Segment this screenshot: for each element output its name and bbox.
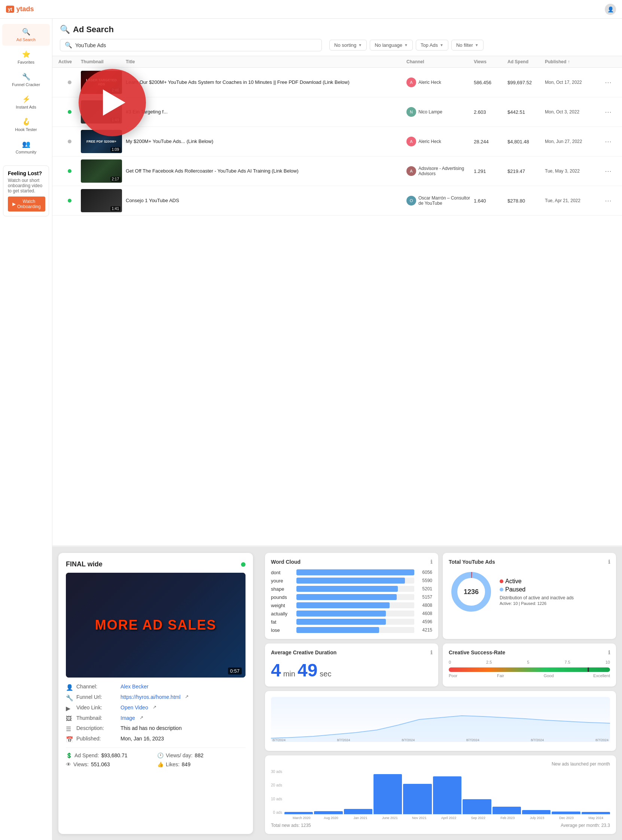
bar-item (433, 770, 462, 814)
total-ads-label: Total new ads: 1235 (271, 823, 311, 828)
sidebar-item-label: Ad Search (17, 37, 35, 42)
bar-fill (552, 811, 580, 814)
table-row[interactable]: LASER TARGETED ADS 2:46 Learn Our $200M+… (52, 68, 622, 97)
table-header: Active Thumbnail Title Channel Views Ad … (52, 56, 622, 68)
detail-meta: 👤 Channel: Alex Becker 🔧 Funnel Url: htt… (66, 683, 245, 743)
bar-chart-xlabels: March 2020Aug 2020Jan 2021June 2021Nov 2… (287, 816, 610, 820)
sidebar-item-label: Funnel Cracker (12, 82, 40, 87)
bar-item (374, 770, 402, 814)
word-bar (296, 619, 386, 625)
word-cloud-card: Word Cloud ℹ dont 6056 youre 5590 shape … (265, 553, 438, 639)
word-cloud-list: dont 6056 youre 5590 shape 5201 pounds 5… (271, 569, 432, 633)
calendar-icon: 📅 (66, 736, 73, 743)
video-link-label: Video Link: (76, 704, 117, 710)
main-content: 🔍 Ad Search 🔍 No sorting▼No language▼Top… (52, 19, 622, 840)
funnel-link[interactable]: https://hyros.ai/home.html (120, 694, 180, 700)
legend-paused: Paused (500, 586, 574, 593)
channel-avatar-2: A (406, 137, 416, 146)
channel-avatar-3: A (406, 166, 416, 176)
table-row[interactable]: 2:17 Get Off The Facebook Ads Rollercoas… (52, 157, 622, 186)
watch-onboarding-button[interactable]: ▶ Watch Onboarding (8, 197, 45, 212)
bar-x-label: Sep 2022 (464, 816, 492, 820)
filter-btn-0[interactable]: No sorting▼ (329, 40, 367, 50)
search-input[interactable] (75, 42, 317, 48)
word-bar-wrap (296, 569, 414, 575)
thumb-link[interactable]: Image (120, 715, 135, 721)
word-bar-wrap (296, 594, 414, 600)
filter-btn-1[interactable]: No language▼ (370, 40, 413, 50)
legend-dot-paused (500, 588, 503, 592)
bar-x-label: July 2023 (523, 816, 551, 820)
bar-x-label: Dec 2023 (552, 816, 581, 820)
search-box[interactable]: 🔍 (60, 39, 322, 51)
word-label: actually (271, 611, 293, 616)
more-btn-2[interactable]: ⋯ (605, 137, 611, 146)
video-link[interactable]: Open Video (120, 704, 148, 710)
line-chart-svg (271, 697, 610, 742)
word-bar (296, 586, 398, 592)
spend-2: $4,801.48 (508, 139, 545, 145)
active-dot-0 (68, 81, 72, 84)
bar-item (582, 770, 610, 814)
word-count: 4808 (417, 603, 432, 608)
filter-arrow-3: ▼ (475, 43, 479, 47)
thumb-cell-1: 1:49 (81, 100, 126, 123)
legend-active: Active (500, 578, 574, 585)
table-row[interactable]: 1:49 #3 Ein Targeting f... N Nico Lampe … (52, 97, 622, 127)
channel-cell-4: O Oscar Marrón – Consultor de YouTube (406, 195, 474, 206)
channel-cell-3: A Adsvisore - Advertising Advisors (406, 166, 474, 176)
filter-btn-2[interactable]: Top Ads▼ (416, 40, 448, 50)
more-btn-1[interactable]: ⋯ (605, 108, 611, 116)
line-chart-card: 8/7/20248/7/20248/7/20248/7/20248/7/2024… (265, 691, 616, 751)
col-thumbnail: Thumbnail (81, 59, 126, 64)
row-title-4: Consejo 1 YouTube ADS (126, 197, 406, 204)
donut-chart: 1236 (449, 569, 494, 614)
word-label: pounds (271, 595, 293, 600)
row-title-2: My $200M+ YouTube Ads... (Link Below) (126, 138, 406, 145)
bar-fill (344, 809, 372, 814)
word-cloud-title: Word Cloud ℹ (271, 559, 432, 565)
more-btn-3[interactable]: ⋯ (605, 167, 611, 175)
sidebar-item-hook-tester[interactable]: 🪝Hook Tester (2, 114, 50, 136)
filter-label-3: No filter (456, 42, 473, 48)
avatar[interactable]: 👤 (605, 4, 616, 15)
search-input-icon: 🔍 (65, 41, 72, 49)
play-icon: ▶ (12, 201, 16, 207)
duration-minutes: 4 (271, 660, 281, 680)
line-chart-area: 8/7/20248/7/20248/7/20248/7/20248/7/2024… (271, 697, 610, 742)
thumb-icon: 👍 (157, 761, 163, 767)
video-thumbnail[interactable]: MORE AD SALES 0:57 (66, 573, 245, 678)
success-bar (449, 668, 610, 672)
filter-label-0: No sorting (334, 42, 356, 48)
channel-icon: 👤 (66, 684, 73, 691)
more-btn-0[interactable]: ⋯ (605, 78, 611, 87)
info-icon-sr[interactable]: ℹ (608, 649, 610, 656)
table-row[interactable]: FREE PDF $200M+ 1:09 My $200M+ YouTube A… (52, 127, 622, 157)
info-icon-ta[interactable]: ℹ (608, 559, 610, 565)
channel-name-3: Adsvisore - Advertising Advisors (418, 166, 474, 176)
more-btn-4[interactable]: ⋯ (605, 197, 611, 205)
sidebar-item-instant-ads[interactable]: ⚡Instant Ads (2, 91, 50, 113)
info-icon-dur[interactable]: ℹ (430, 649, 432, 656)
word-bar-wrap (296, 627, 414, 633)
bar-item (344, 770, 372, 814)
onboarding-btn-label: Watch Onboarding (17, 199, 41, 209)
sidebar-item-ad-search[interactable]: 🔍Ad Search (2, 24, 50, 46)
instant-ads-icon: ⚡ (22, 95, 30, 103)
word-label: weight (271, 603, 293, 608)
sidebar-item-favorites[interactable]: ⭐Favorites (2, 46, 50, 68)
desc-row: ☰ Description: This ad has no descriptio… (66, 725, 245, 733)
info-icon-wc[interactable]: ℹ (430, 559, 432, 565)
views-stat: 👁 Views: 551.063 (66, 761, 154, 767)
sidebar-item-community[interactable]: 👥Community (2, 136, 50, 158)
sidebar-item-funnel-cracker[interactable]: 🔧Funnel Cracker (2, 69, 50, 91)
likes-stat: 👍 Likes: 849 (157, 761, 245, 767)
duration-card: Average Creative Duration ℹ 4 min 49 sec (265, 643, 438, 686)
views-day-label: Views/ day: (166, 752, 192, 758)
success-marker (588, 668, 589, 672)
filter-btn-3[interactable]: No filter▼ (451, 40, 483, 50)
likes-value: 849 (182, 761, 191, 767)
thumb-duration-0: 2:46 (110, 88, 120, 93)
channel-link[interactable]: Alex Becker (120, 683, 149, 689)
table-row[interactable]: 1:41 Consejo 1 YouTube ADS O Oscar Marró… (52, 186, 622, 216)
